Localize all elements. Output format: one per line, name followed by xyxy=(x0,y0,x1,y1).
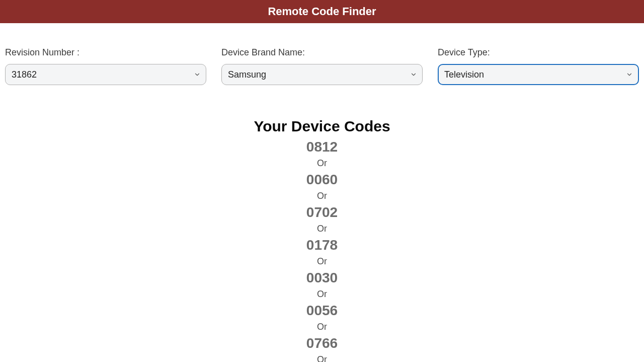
code-separator: Or xyxy=(0,191,644,201)
device-code: 0060 xyxy=(0,172,644,188)
page-title: Remote Code Finder xyxy=(268,5,376,18)
device-code: 0056 xyxy=(0,303,644,319)
device-code: 0178 xyxy=(0,237,644,253)
revision-select[interactable]: 31862 xyxy=(5,64,206,85)
code-separator: Or xyxy=(0,224,644,234)
filters-row: Revision Number : 31862 Device Brand Nam… xyxy=(0,23,644,85)
type-label: Device Type: xyxy=(438,47,639,58)
results-title: Your Device Codes xyxy=(0,118,644,135)
revision-filter-group: Revision Number : 31862 xyxy=(5,47,206,85)
type-filter-group: Device Type: Television xyxy=(438,47,639,85)
device-code: 0030 xyxy=(0,270,644,286)
code-separator: Or xyxy=(0,256,644,267)
device-code: 0702 xyxy=(0,204,644,221)
results-section: Your Device Codes 0812Or0060Or0702Or0178… xyxy=(0,118,644,362)
type-select[interactable]: Television xyxy=(438,64,639,85)
code-separator: Or xyxy=(0,158,644,169)
brand-label: Device Brand Name: xyxy=(221,47,423,58)
revision-label: Revision Number : xyxy=(5,47,206,58)
brand-filter-group: Device Brand Name: Samsung xyxy=(221,47,423,85)
device-code: 0766 xyxy=(0,335,644,351)
device-code: 0812 xyxy=(0,139,644,155)
brand-select[interactable]: Samsung xyxy=(221,64,423,85)
code-separator: Or xyxy=(0,289,644,300)
code-separator: Or xyxy=(0,354,644,362)
codes-list: 0812Or0060Or0702Or0178Or0030Or0056Or0766… xyxy=(0,139,644,362)
page-header: Remote Code Finder xyxy=(0,0,644,23)
code-separator: Or xyxy=(0,322,644,332)
